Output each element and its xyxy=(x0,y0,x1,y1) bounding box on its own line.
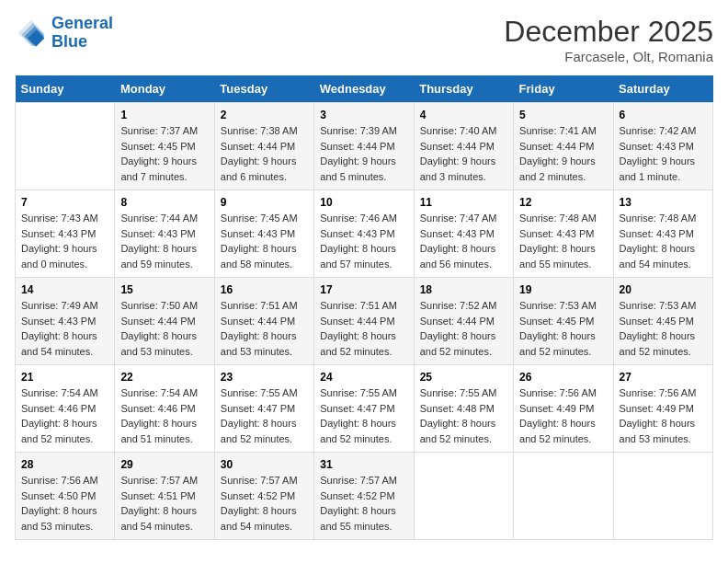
logo-line2: Blue xyxy=(51,32,87,51)
calendar-cell: 22Sunrise: 7:54 AM Sunset: 4:46 PM Dayli… xyxy=(115,365,214,453)
calendar-cell: 15Sunrise: 7:50 AM Sunset: 4:44 PM Dayli… xyxy=(115,278,214,365)
day-info: Sunrise: 7:56 AM Sunset: 4:49 PM Dayligh… xyxy=(519,385,607,446)
day-info: Sunrise: 7:40 AM Sunset: 4:44 PM Dayligh… xyxy=(420,123,507,184)
location-title: Farcasele, Olt, Romania xyxy=(504,49,713,64)
calendar-cell: 19Sunrise: 7:53 AM Sunset: 4:45 PM Dayli… xyxy=(514,278,613,365)
day-number: 12 xyxy=(519,196,607,209)
weekday-header-tuesday: Tuesday xyxy=(214,75,313,103)
calendar-cell: 24Sunrise: 7:55 AM Sunset: 4:47 PM Dayli… xyxy=(314,365,414,453)
day-number: 29 xyxy=(120,458,208,471)
calendar-cell: 4Sunrise: 7:40 AM Sunset: 4:44 PM Daylig… xyxy=(414,103,513,190)
day-info: Sunrise: 7:38 AM Sunset: 4:44 PM Dayligh… xyxy=(221,123,308,184)
calendar-cell: 6Sunrise: 7:42 AM Sunset: 4:43 PM Daylig… xyxy=(613,103,712,190)
day-number: 24 xyxy=(320,371,407,384)
logo-line1: General xyxy=(51,14,113,32)
weekday-header-wednesday: Wednesday xyxy=(314,75,414,103)
calendar-cell xyxy=(514,453,613,540)
day-number: 6 xyxy=(620,109,707,121)
day-number: 20 xyxy=(620,283,707,296)
day-number: 31 xyxy=(320,458,407,471)
month-title: December 2025 xyxy=(504,15,713,49)
calendar-cell: 26Sunrise: 7:56 AM Sunset: 4:49 PM Dayli… xyxy=(514,365,613,453)
day-info: Sunrise: 7:51 AM Sunset: 4:44 PM Dayligh… xyxy=(221,298,308,359)
day-info: Sunrise: 7:41 AM Sunset: 4:44 PM Dayligh… xyxy=(519,123,607,184)
day-info: Sunrise: 7:55 AM Sunset: 4:47 PM Dayligh… xyxy=(221,385,308,446)
calendar-cell: 8Sunrise: 7:44 AM Sunset: 4:43 PM Daylig… xyxy=(115,190,214,278)
calendar-cell: 20Sunrise: 7:53 AM Sunset: 4:45 PM Dayli… xyxy=(613,278,712,365)
calendar-cell: 13Sunrise: 7:48 AM Sunset: 4:43 PM Dayli… xyxy=(613,190,712,278)
weekday-header-saturday: Saturday xyxy=(613,75,712,103)
calendar-cell: 21Sunrise: 7:54 AM Sunset: 4:46 PM Dayli… xyxy=(16,365,115,453)
day-number: 1 xyxy=(120,109,208,121)
day-number: 18 xyxy=(420,283,507,296)
day-info: Sunrise: 7:46 AM Sunset: 4:43 PM Dayligh… xyxy=(320,211,407,271)
calendar-cell: 28Sunrise: 7:56 AM Sunset: 4:50 PM Dayli… xyxy=(16,453,115,540)
calendar-week-row: 7Sunrise: 7:43 AM Sunset: 4:43 PM Daylig… xyxy=(16,190,713,278)
day-number: 17 xyxy=(320,283,407,296)
calendar-cell: 25Sunrise: 7:55 AM Sunset: 4:48 PM Dayli… xyxy=(414,365,513,453)
logo-text: General Blue xyxy=(51,15,113,52)
day-number: 21 xyxy=(21,371,108,384)
day-number: 22 xyxy=(120,371,208,384)
day-number: 25 xyxy=(420,371,507,384)
title-area: December 2025 Farcasele, Olt, Romania xyxy=(504,15,713,64)
day-info: Sunrise: 7:56 AM Sunset: 4:50 PM Dayligh… xyxy=(21,473,108,534)
day-number: 27 xyxy=(620,371,707,384)
day-info: Sunrise: 7:44 AM Sunset: 4:43 PM Dayligh… xyxy=(120,211,208,271)
day-info: Sunrise: 7:39 AM Sunset: 4:44 PM Dayligh… xyxy=(320,123,407,184)
calendar-cell: 1Sunrise: 7:37 AM Sunset: 4:45 PM Daylig… xyxy=(115,103,214,190)
calendar-cell: 30Sunrise: 7:57 AM Sunset: 4:52 PM Dayli… xyxy=(214,453,313,540)
day-number: 4 xyxy=(420,109,507,121)
logo-icon xyxy=(15,17,48,50)
calendar-cell xyxy=(613,453,712,540)
day-info: Sunrise: 7:47 AM Sunset: 4:43 PM Dayligh… xyxy=(420,211,507,271)
day-info: Sunrise: 7:42 AM Sunset: 4:43 PM Dayligh… xyxy=(620,123,707,184)
day-info: Sunrise: 7:49 AM Sunset: 4:43 PM Dayligh… xyxy=(21,298,108,359)
weekday-header-row: SundayMondayTuesdayWednesdayThursdayFrid… xyxy=(16,75,713,103)
calendar-cell: 27Sunrise: 7:56 AM Sunset: 4:49 PM Dayli… xyxy=(613,365,712,453)
calendar-cell xyxy=(414,453,513,540)
day-info: Sunrise: 7:48 AM Sunset: 4:43 PM Dayligh… xyxy=(620,211,707,271)
calendar-week-row: 21Sunrise: 7:54 AM Sunset: 4:46 PM Dayli… xyxy=(16,365,713,453)
day-info: Sunrise: 7:37 AM Sunset: 4:45 PM Dayligh… xyxy=(120,123,208,184)
day-info: Sunrise: 7:48 AM Sunset: 4:43 PM Dayligh… xyxy=(519,211,607,271)
calendar-cell: 2Sunrise: 7:38 AM Sunset: 4:44 PM Daylig… xyxy=(214,103,313,190)
day-number: 14 xyxy=(21,283,108,296)
day-info: Sunrise: 7:55 AM Sunset: 4:47 PM Dayligh… xyxy=(320,385,407,446)
calendar-cell: 5Sunrise: 7:41 AM Sunset: 4:44 PM Daylig… xyxy=(514,103,613,190)
header: General Blue December 2025 Farcasele, Ol… xyxy=(15,15,713,64)
day-number: 7 xyxy=(21,196,108,209)
calendar-cell: 16Sunrise: 7:51 AM Sunset: 4:44 PM Dayli… xyxy=(214,278,313,365)
day-info: Sunrise: 7:52 AM Sunset: 4:44 PM Dayligh… xyxy=(420,298,507,359)
day-number: 11 xyxy=(420,196,507,209)
day-number: 8 xyxy=(120,196,208,209)
calendar-table: SundayMondayTuesdayWednesdayThursdayFrid… xyxy=(15,75,713,540)
day-number: 23 xyxy=(221,371,308,384)
calendar-cell: 18Sunrise: 7:52 AM Sunset: 4:44 PM Dayli… xyxy=(414,278,513,365)
day-info: Sunrise: 7:43 AM Sunset: 4:43 PM Dayligh… xyxy=(21,211,108,271)
calendar-week-row: 28Sunrise: 7:56 AM Sunset: 4:50 PM Dayli… xyxy=(16,453,713,540)
calendar-cell: 17Sunrise: 7:51 AM Sunset: 4:44 PM Dayli… xyxy=(314,278,414,365)
weekday-header-thursday: Thursday xyxy=(414,75,513,103)
day-number: 15 xyxy=(120,283,208,296)
day-number: 13 xyxy=(620,196,707,209)
day-info: Sunrise: 7:50 AM Sunset: 4:44 PM Dayligh… xyxy=(120,298,208,359)
calendar-cell: 12Sunrise: 7:48 AM Sunset: 4:43 PM Dayli… xyxy=(514,190,613,278)
day-number: 28 xyxy=(21,458,108,471)
calendar-cell: 14Sunrise: 7:49 AM Sunset: 4:43 PM Dayli… xyxy=(16,278,115,365)
day-info: Sunrise: 7:55 AM Sunset: 4:48 PM Dayligh… xyxy=(420,385,507,446)
calendar-cell: 10Sunrise: 7:46 AM Sunset: 4:43 PM Dayli… xyxy=(314,190,414,278)
calendar-cell: 23Sunrise: 7:55 AM Sunset: 4:47 PM Dayli… xyxy=(214,365,313,453)
day-number: 26 xyxy=(519,371,607,384)
day-info: Sunrise: 7:45 AM Sunset: 4:43 PM Dayligh… xyxy=(221,211,308,271)
calendar-week-row: 1Sunrise: 7:37 AM Sunset: 4:45 PM Daylig… xyxy=(16,103,713,190)
day-info: Sunrise: 7:57 AM Sunset: 4:52 PM Dayligh… xyxy=(221,473,308,534)
day-number: 16 xyxy=(221,283,308,296)
weekday-header-friday: Friday xyxy=(514,75,613,103)
calendar-cell: 3Sunrise: 7:39 AM Sunset: 4:44 PM Daylig… xyxy=(314,103,414,190)
day-number: 19 xyxy=(519,283,607,296)
day-number: 10 xyxy=(320,196,407,209)
calendar-cell: 9Sunrise: 7:45 AM Sunset: 4:43 PM Daylig… xyxy=(214,190,313,278)
weekday-header-monday: Monday xyxy=(115,75,214,103)
day-info: Sunrise: 7:57 AM Sunset: 4:52 PM Dayligh… xyxy=(320,473,407,534)
